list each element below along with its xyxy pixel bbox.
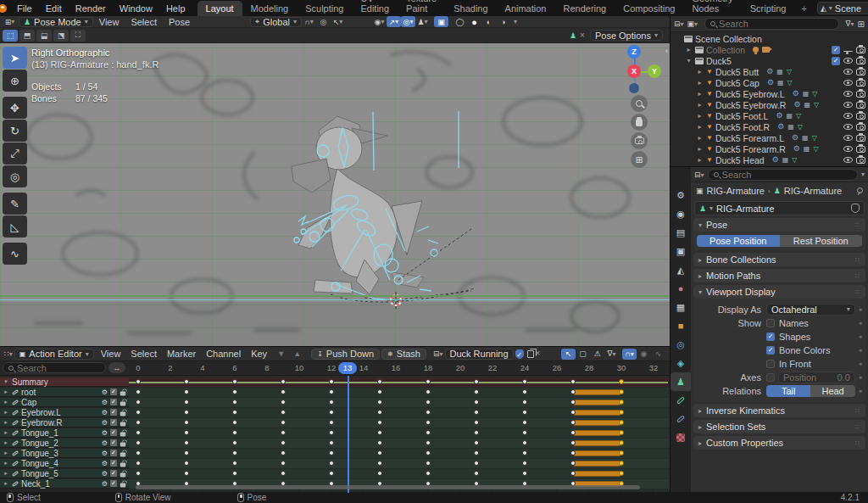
keyframe[interactable] [619,410,624,415]
keyframe[interactable] [184,471,189,476]
keyframe[interactable] [184,400,189,405]
keyframe[interactable] [184,420,189,425]
axes-position-field[interactable]: Position 0.0 [778,372,855,383]
keyframe-row-tongue-2[interactable] [129,439,670,448]
channel-wrench-icon[interactable]: ⚙ [102,419,108,427]
disclosure-arrow[interactable]: ▸ [696,101,704,109]
workspace-tab-animation[interactable]: Animation [497,1,555,16]
panel-viewport-display[interactable]: ▾Viewport Display∷ [693,285,865,299]
keyframe[interactable] [377,471,382,476]
frame-ruler[interactable]: Search↔0246810141618202224262830321213 [0,361,670,376]
decorator-dot[interactable]: ● [859,388,862,394]
channel-lock-icon[interactable] [120,391,125,395]
selected-key-span[interactable] [573,430,621,436]
hide-eye-icon[interactable] [843,51,853,52]
move-down-icon[interactable]: ▼ [274,349,288,360]
disclosure-arrow[interactable]: ▸ [3,450,9,456]
show-gizmo-icon[interactable]: ◉▾ [372,16,387,27]
keyframe[interactable] [619,420,624,425]
keyframe[interactable] [232,389,237,394]
properties-tab-output[interactable]: ▤ [670,223,691,242]
action-name-field[interactable]: Duck Running [445,349,514,360]
dopesheet-menu-select[interactable]: Select [125,349,162,359]
pan-button[interactable] [631,114,648,131]
tool-select-box[interactable]: ➤ [3,47,27,69]
selected-key-span[interactable] [573,410,621,416]
workspace-tab-texture-paint[interactable]: Texture Paint [398,0,445,16]
keyframe[interactable] [474,471,479,476]
channel-wrench-icon[interactable]: ⚙ [102,409,108,416]
channel-tongue-1[interactable]: ▸Tongue_1⚙✓ [0,428,129,438]
shading-rendered-icon[interactable]: ◑ [496,16,510,27]
keyframe[interactable] [329,410,334,415]
channel-neck-1[interactable]: ▸Neck_1⚙✓ [0,479,129,489]
pin-id-icon[interactable] [854,187,863,195]
keyframe[interactable] [377,420,382,425]
keyframe[interactable] [232,430,237,435]
keyframe[interactable] [522,430,527,435]
channel-lock-icon[interactable] [120,432,125,436]
disclosure-arrow[interactable]: ▸ [3,419,9,426]
shading-material-icon[interactable]: ◐ [481,16,496,27]
keyframe-row-cap[interactable] [129,398,670,407]
keyframe[interactable] [522,471,527,476]
display-mode-icon[interactable]: ▣▾ [687,20,698,28]
close-pose-options-icon[interactable]: × [580,31,585,40]
keyframe[interactable] [377,461,382,466]
properties-tab-constraints[interactable]: ◈ [670,354,691,372]
workspace-tab-shading[interactable]: Shading [445,1,496,16]
filter-icon[interactable]: ∇▾ [604,349,619,360]
keyframe[interactable] [522,410,527,415]
channel-wrench-icon[interactable]: ⚙ [102,460,108,467]
menu-edit[interactable]: Edit [39,3,69,14]
shading-wireframe-icon[interactable]: ◯ [453,16,467,27]
relations-tail-button[interactable]: Tail [766,385,810,397]
panel-motion-paths[interactable]: ▸Motion Paths∷ [693,269,865,282]
decorator-dot[interactable]: ● [859,360,862,366]
hide-eye-icon[interactable] [843,113,853,119]
tool-move[interactable]: ✥ [3,97,27,119]
keyframe[interactable] [522,450,527,455]
panel-pose[interactable]: ▾Pose∷ [693,218,865,232]
bone-colors-checkbox[interactable]: ✓ [766,346,775,355]
keyframe[interactable] [281,410,286,415]
keyframe[interactable] [570,400,576,405]
tool-rotate[interactable]: ↻ [3,120,27,142]
hide-eye-icon[interactable] [843,124,853,130]
disable-render-icon[interactable] [762,47,770,53]
disclosure-arrow[interactable]: ▸ [3,429,9,436]
decorator-dot[interactable]: ● [859,333,862,339]
keyframe-row-tongue-3[interactable] [129,449,670,458]
fake-user-toggle[interactable]: ✓ [515,349,524,359]
outliner-row-duck5-butt[interactable]: ▸▼Duck5 Butt⚙▦▽ [670,66,868,77]
show-errors-icon[interactable]: ⚠ [590,349,604,360]
keyframe[interactable] [281,450,286,455]
keyframe[interactable] [281,430,286,435]
properties-search[interactable]: Search [708,169,858,181]
channel-tongue-4[interactable]: ▸Tongue_4⚙✓ [0,459,129,468]
workspace-tab-scripting[interactable]: Scripting [742,1,795,16]
selected-key-span[interactable] [573,450,621,456]
select-mode-extend-icon[interactable]: ⬒ [19,30,35,42]
channel-enable-checkbox[interactable]: ✓ [110,450,117,456]
keyframe[interactable] [184,450,189,455]
tool-scale[interactable]: ⤢ [3,143,27,165]
duplicate-action-icon[interactable] [527,350,534,358]
outliner-row-duck5-foot-l[interactable]: ▸▼Duck5 Foot.L⚙▦▽ [670,110,868,121]
properties-tab-texture[interactable] [670,428,691,447]
properties-editor-icon[interactable]: ⊟▾ [694,170,704,179]
shapes-checkbox[interactable]: ✓ [766,333,775,341]
menu-help[interactable]: Help [159,3,192,14]
keyframe[interactable] [474,461,479,466]
toggle-perspective-button[interactable]: ⊞ [631,151,648,168]
camera-view-button[interactable] [631,132,648,149]
exclude-checkbox[interactable]: ✓ [832,57,840,65]
keyframe-row-tongue-4[interactable] [129,459,670,468]
keyframe[interactable] [570,450,576,455]
keyframe[interactable] [281,400,286,405]
keyframe[interactable] [474,400,479,405]
keyframe[interactable] [619,389,624,394]
disclosure-arrow[interactable]: ▸ [685,46,693,53]
keyframe[interactable] [522,379,527,384]
keyframe[interactable] [281,379,286,384]
